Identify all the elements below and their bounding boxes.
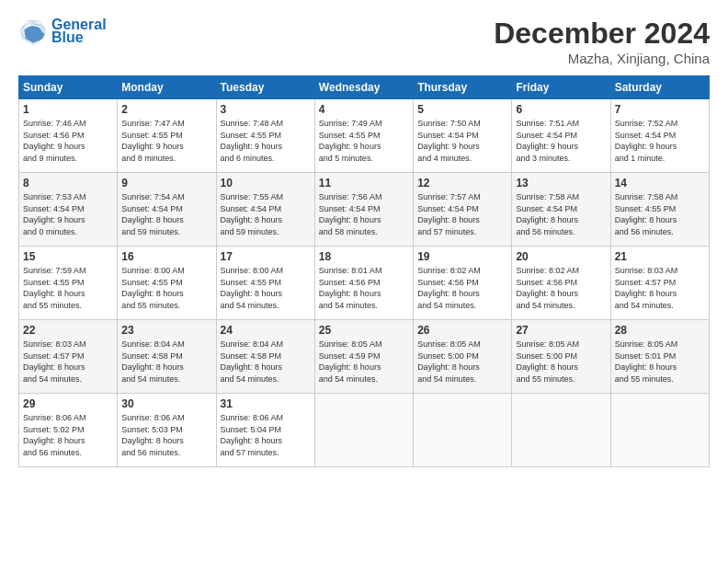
day-info: Sunrise: 7:56 AMSunset: 4:54 PMDaylight:… [319,191,409,237]
info-line: Sunset: 4:55 PM [221,278,282,287]
table-row: 18Sunrise: 8:01 AMSunset: 4:56 PMDayligh… [314,247,413,320]
info-line: and 59 minutes. [121,227,180,236]
info-line: Sunrise: 7:57 AM [417,192,481,201]
title-block: December 2024 Mazha, Xinjiang, China [494,17,710,66]
info-line: and 56 minutes. [516,227,574,236]
info-line: and 0 minutes. [23,227,77,236]
table-row: 20Sunrise: 8:02 AMSunset: 4:56 PMDayligh… [512,247,610,320]
info-line: Daylight: 8 hours [23,289,85,298]
info-line: Daylight: 8 hours [417,362,480,372]
table-row: 1Sunrise: 7:46 AMSunset: 4:56 PMDaylight… [19,99,118,173]
info-line: Daylight: 8 hours [319,215,381,224]
info-line: Daylight: 9 hours [516,142,578,151]
table-row: 24Sunrise: 8:04 AMSunset: 4:58 PMDayligh… [216,320,314,394]
table-row: 4Sunrise: 7:49 AMSunset: 4:55 PMDaylight… [314,99,413,173]
info-line: Sunrise: 8:01 AM [319,266,382,275]
info-line: Daylight: 8 hours [516,362,578,372]
table-row: 14Sunrise: 7:58 AMSunset: 4:55 PMDayligh… [610,173,709,247]
table-row: 15Sunrise: 7:59 AMSunset: 4:55 PMDayligh… [19,247,118,320]
day-number: 2 [121,103,211,116]
table-row: 6Sunrise: 7:51 AMSunset: 4:54 PMDaylight… [512,99,610,173]
day-number: 5 [417,103,507,116]
info-line: Sunrise: 7:54 AM [121,192,185,201]
info-line: Daylight: 8 hours [319,362,381,372]
header: General Blue December 2024 Mazha, Xinjia… [18,17,710,66]
info-line: Daylight: 8 hours [417,289,480,298]
day-number: 1 [23,103,113,116]
table-row: 31Sunrise: 8:06 AMSunset: 5:04 PMDayligh… [216,394,314,467]
day-info: Sunrise: 8:03 AMSunset: 4:57 PMDaylight:… [23,339,113,385]
table-row [314,394,413,467]
info-line: Sunrise: 8:06 AM [121,413,185,422]
calendar-week-3: 15Sunrise: 7:59 AMSunset: 4:55 PMDayligh… [19,247,710,320]
info-line: Sunset: 5:03 PM [121,425,183,434]
header-tuesday: Tuesday [216,76,314,99]
info-line: and 54 minutes. [417,301,476,310]
info-line: and 54 minutes. [221,301,279,310]
table-row: 10Sunrise: 7:55 AMSunset: 4:54 PMDayligh… [216,173,314,247]
info-line: Sunset: 4:56 PM [319,278,381,287]
table-row: 25Sunrise: 8:05 AMSunset: 4:59 PMDayligh… [314,320,413,394]
info-line: Sunrise: 8:00 AM [121,266,185,275]
day-number: 7 [615,103,705,116]
header-wednesday: Wednesday [314,76,413,99]
info-line: Sunrise: 8:05 AM [516,339,579,349]
calendar-week-1: 1Sunrise: 7:46 AMSunset: 4:56 PMDaylight… [19,99,710,173]
info-line: and 54 minutes. [121,374,180,384]
info-line: and 54 minutes. [23,374,82,384]
info-line: Daylight: 9 hours [23,215,85,224]
day-number: 9 [121,177,211,190]
day-number: 6 [516,103,606,116]
table-row [610,394,709,467]
day-info: Sunrise: 7:47 AMSunset: 4:55 PMDaylight:… [121,118,211,164]
table-row: 27Sunrise: 8:05 AMSunset: 5:00 PMDayligh… [512,320,610,394]
info-line: Daylight: 8 hours [121,289,184,298]
day-info: Sunrise: 8:02 AMSunset: 4:56 PMDaylight:… [417,265,507,311]
header-saturday: Saturday [610,76,709,99]
table-row [512,394,610,467]
day-number: 29 [23,397,113,410]
info-line: and 54 minutes. [516,301,574,310]
info-line: Sunset: 4:56 PM [23,131,85,140]
info-line: Sunrise: 7:47 AM [121,119,185,128]
info-line: Sunrise: 8:04 AM [221,339,284,349]
info-line: Daylight: 8 hours [319,289,381,298]
info-line: Daylight: 8 hours [23,362,85,372]
day-number: 25 [319,324,409,337]
info-line: Sunset: 4:55 PM [615,204,677,213]
table-row: 3Sunrise: 7:48 AMSunset: 4:55 PMDaylight… [216,99,314,173]
info-line: Sunset: 4:57 PM [615,278,677,287]
day-info: Sunrise: 7:55 AMSunset: 4:54 PMDaylight:… [221,191,311,237]
day-info: Sunrise: 8:05 AMSunset: 4:59 PMDaylight:… [319,339,409,385]
info-line: Sunset: 5:00 PM [516,351,577,361]
info-line: Sunset: 4:58 PM [121,351,183,361]
info-line: Daylight: 9 hours [417,142,480,151]
info-line: Sunset: 4:54 PM [121,204,183,213]
page: General Blue December 2024 Mazha, Xinjia… [0,0,728,563]
info-line: Sunset: 4:55 PM [121,131,183,140]
day-number: 11 [319,177,409,190]
table-row: 12Sunrise: 7:57 AMSunset: 4:54 PMDayligh… [414,173,512,247]
table-row: 2Sunrise: 7:47 AMSunset: 4:55 PMDaylight… [118,99,216,173]
calendar-week-4: 22Sunrise: 8:03 AMSunset: 4:57 PMDayligh… [19,320,710,394]
info-line: Daylight: 9 hours [121,142,184,151]
table-row: 28Sunrise: 8:05 AMSunset: 5:01 PMDayligh… [610,320,709,394]
info-line: Sunrise: 7:58 AM [516,192,579,201]
day-info: Sunrise: 7:50 AMSunset: 4:54 PMDaylight:… [417,118,507,164]
info-line: Daylight: 9 hours [221,142,283,151]
day-number: 3 [221,103,311,116]
day-number: 12 [417,177,507,190]
table-row: 23Sunrise: 8:04 AMSunset: 4:58 PMDayligh… [118,320,216,394]
info-line: Sunset: 4:55 PM [23,278,85,287]
day-info: Sunrise: 8:05 AMSunset: 5:00 PMDaylight:… [516,339,606,385]
table-row: 13Sunrise: 7:58 AMSunset: 4:54 PMDayligh… [512,173,610,247]
info-line: Sunrise: 8:02 AM [417,266,481,275]
day-info: Sunrise: 7:58 AMSunset: 4:55 PMDaylight:… [615,191,705,237]
day-number: 19 [417,250,507,263]
info-line: Daylight: 8 hours [516,289,578,298]
day-number: 23 [121,324,211,337]
info-line: Sunrise: 7:52 AM [615,119,678,128]
info-line: Sunrise: 7:53 AM [23,192,86,201]
day-info: Sunrise: 7:54 AMSunset: 4:54 PMDaylight:… [121,191,211,237]
day-number: 14 [615,177,705,190]
